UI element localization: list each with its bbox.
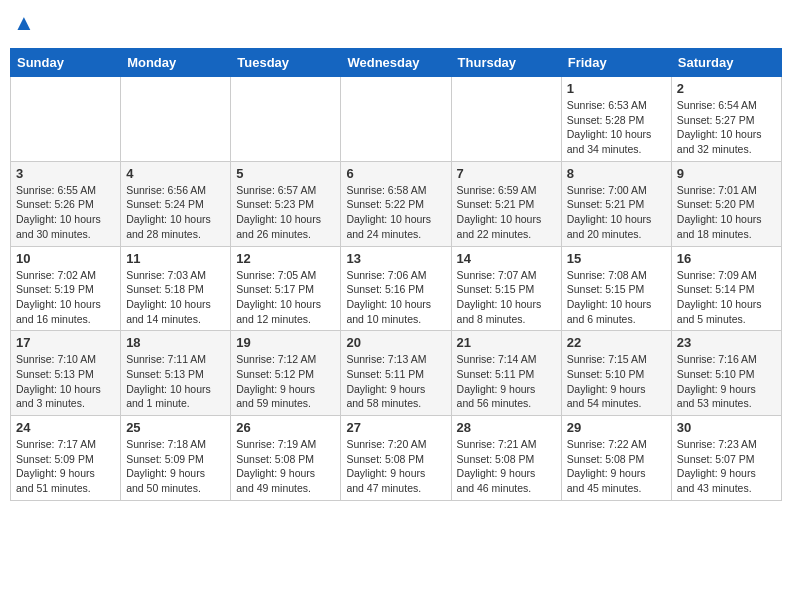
day-number: 13 <box>346 251 445 266</box>
day-info: Sunrise: 7:01 AM Sunset: 5:20 PM Dayligh… <box>677 183 776 242</box>
calendar-cell: 10Sunrise: 7:02 AM Sunset: 5:19 PM Dayli… <box>11 246 121 331</box>
calendar-cell: 2Sunrise: 6:54 AM Sunset: 5:27 PM Daylig… <box>671 77 781 162</box>
header-sunday: Sunday <box>11 49 121 77</box>
day-number: 1 <box>567 81 666 96</box>
calendar-cell <box>11 77 121 162</box>
calendar-cell: 6Sunrise: 6:58 AM Sunset: 5:22 PM Daylig… <box>341 161 451 246</box>
day-number: 23 <box>677 335 776 350</box>
day-number: 18 <box>126 335 225 350</box>
day-info: Sunrise: 7:02 AM Sunset: 5:19 PM Dayligh… <box>16 268 115 327</box>
calendar-cell: 29Sunrise: 7:22 AM Sunset: 5:08 PM Dayli… <box>561 416 671 501</box>
day-number: 11 <box>126 251 225 266</box>
day-number: 19 <box>236 335 335 350</box>
calendar-cell: 22Sunrise: 7:15 AM Sunset: 5:10 PM Dayli… <box>561 331 671 416</box>
day-number: 25 <box>126 420 225 435</box>
day-number: 10 <box>16 251 115 266</box>
calendar-cell: 1Sunrise: 6:53 AM Sunset: 5:28 PM Daylig… <box>561 77 671 162</box>
calendar-cell: 27Sunrise: 7:20 AM Sunset: 5:08 PM Dayli… <box>341 416 451 501</box>
day-number: 14 <box>457 251 556 266</box>
day-info: Sunrise: 7:22 AM Sunset: 5:08 PM Dayligh… <box>567 437 666 496</box>
calendar-cell: 7Sunrise: 6:59 AM Sunset: 5:21 PM Daylig… <box>451 161 561 246</box>
day-info: Sunrise: 6:57 AM Sunset: 5:23 PM Dayligh… <box>236 183 335 242</box>
calendar-cell: 25Sunrise: 7:18 AM Sunset: 5:09 PM Dayli… <box>121 416 231 501</box>
day-info: Sunrise: 7:07 AM Sunset: 5:15 PM Dayligh… <box>457 268 556 327</box>
page-header: ▲ <box>10 10 782 38</box>
day-info: Sunrise: 7:21 AM Sunset: 5:08 PM Dayligh… <box>457 437 556 496</box>
calendar-cell: 17Sunrise: 7:10 AM Sunset: 5:13 PM Dayli… <box>11 331 121 416</box>
day-number: 8 <box>567 166 666 181</box>
calendar-cell: 18Sunrise: 7:11 AM Sunset: 5:13 PM Dayli… <box>121 331 231 416</box>
day-info: Sunrise: 7:17 AM Sunset: 5:09 PM Dayligh… <box>16 437 115 496</box>
day-number: 22 <box>567 335 666 350</box>
logo-icon: ▲ <box>10 10 38 38</box>
day-info: Sunrise: 7:11 AM Sunset: 5:13 PM Dayligh… <box>126 352 225 411</box>
day-info: Sunrise: 7:23 AM Sunset: 5:07 PM Dayligh… <box>677 437 776 496</box>
calendar-cell: 4Sunrise: 6:56 AM Sunset: 5:24 PM Daylig… <box>121 161 231 246</box>
day-number: 7 <box>457 166 556 181</box>
day-info: Sunrise: 6:55 AM Sunset: 5:26 PM Dayligh… <box>16 183 115 242</box>
day-number: 30 <box>677 420 776 435</box>
day-info: Sunrise: 7:14 AM Sunset: 5:11 PM Dayligh… <box>457 352 556 411</box>
calendar-cell: 5Sunrise: 6:57 AM Sunset: 5:23 PM Daylig… <box>231 161 341 246</box>
calendar-cell: 11Sunrise: 7:03 AM Sunset: 5:18 PM Dayli… <box>121 246 231 331</box>
day-number: 2 <box>677 81 776 96</box>
day-info: Sunrise: 6:53 AM Sunset: 5:28 PM Dayligh… <box>567 98 666 157</box>
calendar-cell: 3Sunrise: 6:55 AM Sunset: 5:26 PM Daylig… <box>11 161 121 246</box>
day-info: Sunrise: 7:16 AM Sunset: 5:10 PM Dayligh… <box>677 352 776 411</box>
calendar-cell: 15Sunrise: 7:08 AM Sunset: 5:15 PM Dayli… <box>561 246 671 331</box>
calendar-table: SundayMondayTuesdayWednesdayThursdayFrid… <box>10 48 782 501</box>
day-number: 29 <box>567 420 666 435</box>
day-number: 27 <box>346 420 445 435</box>
day-number: 21 <box>457 335 556 350</box>
day-info: Sunrise: 7:19 AM Sunset: 5:08 PM Dayligh… <box>236 437 335 496</box>
day-number: 16 <box>677 251 776 266</box>
calendar-cell: 16Sunrise: 7:09 AM Sunset: 5:14 PM Dayli… <box>671 246 781 331</box>
calendar-cell <box>121 77 231 162</box>
day-number: 17 <box>16 335 115 350</box>
day-number: 5 <box>236 166 335 181</box>
calendar-week-row: 17Sunrise: 7:10 AM Sunset: 5:13 PM Dayli… <box>11 331 782 416</box>
calendar-cell: 20Sunrise: 7:13 AM Sunset: 5:11 PM Dayli… <box>341 331 451 416</box>
day-number: 28 <box>457 420 556 435</box>
day-number: 26 <box>236 420 335 435</box>
calendar-cell: 30Sunrise: 7:23 AM Sunset: 5:07 PM Dayli… <box>671 416 781 501</box>
calendar-cell: 28Sunrise: 7:21 AM Sunset: 5:08 PM Dayli… <box>451 416 561 501</box>
day-number: 3 <box>16 166 115 181</box>
day-info: Sunrise: 6:56 AM Sunset: 5:24 PM Dayligh… <box>126 183 225 242</box>
calendar-cell: 14Sunrise: 7:07 AM Sunset: 5:15 PM Dayli… <box>451 246 561 331</box>
day-info: Sunrise: 7:09 AM Sunset: 5:14 PM Dayligh… <box>677 268 776 327</box>
header-saturday: Saturday <box>671 49 781 77</box>
header-wednesday: Wednesday <box>341 49 451 77</box>
logo: ▲ <box>10 10 42 38</box>
day-info: Sunrise: 7:18 AM Sunset: 5:09 PM Dayligh… <box>126 437 225 496</box>
calendar-week-row: 10Sunrise: 7:02 AM Sunset: 5:19 PM Dayli… <box>11 246 782 331</box>
day-number: 9 <box>677 166 776 181</box>
calendar-cell: 8Sunrise: 7:00 AM Sunset: 5:21 PM Daylig… <box>561 161 671 246</box>
day-info: Sunrise: 7:00 AM Sunset: 5:21 PM Dayligh… <box>567 183 666 242</box>
day-info: Sunrise: 7:03 AM Sunset: 5:18 PM Dayligh… <box>126 268 225 327</box>
day-number: 24 <box>16 420 115 435</box>
day-number: 4 <box>126 166 225 181</box>
day-info: Sunrise: 6:54 AM Sunset: 5:27 PM Dayligh… <box>677 98 776 157</box>
calendar-cell: 9Sunrise: 7:01 AM Sunset: 5:20 PM Daylig… <box>671 161 781 246</box>
day-info: Sunrise: 7:08 AM Sunset: 5:15 PM Dayligh… <box>567 268 666 327</box>
day-number: 12 <box>236 251 335 266</box>
day-info: Sunrise: 6:59 AM Sunset: 5:21 PM Dayligh… <box>457 183 556 242</box>
day-info: Sunrise: 7:15 AM Sunset: 5:10 PM Dayligh… <box>567 352 666 411</box>
day-number: 20 <box>346 335 445 350</box>
calendar-header-row: SundayMondayTuesdayWednesdayThursdayFrid… <box>11 49 782 77</box>
header-monday: Monday <box>121 49 231 77</box>
day-info: Sunrise: 7:05 AM Sunset: 5:17 PM Dayligh… <box>236 268 335 327</box>
calendar-week-row: 1Sunrise: 6:53 AM Sunset: 5:28 PM Daylig… <box>11 77 782 162</box>
day-info: Sunrise: 6:58 AM Sunset: 5:22 PM Dayligh… <box>346 183 445 242</box>
svg-text:▲: ▲ <box>13 10 35 35</box>
calendar-cell: 26Sunrise: 7:19 AM Sunset: 5:08 PM Dayli… <box>231 416 341 501</box>
day-info: Sunrise: 7:13 AM Sunset: 5:11 PM Dayligh… <box>346 352 445 411</box>
day-info: Sunrise: 7:12 AM Sunset: 5:12 PM Dayligh… <box>236 352 335 411</box>
calendar-cell: 21Sunrise: 7:14 AM Sunset: 5:11 PM Dayli… <box>451 331 561 416</box>
day-number: 15 <box>567 251 666 266</box>
day-info: Sunrise: 7:06 AM Sunset: 5:16 PM Dayligh… <box>346 268 445 327</box>
header-friday: Friday <box>561 49 671 77</box>
calendar-cell: 13Sunrise: 7:06 AM Sunset: 5:16 PM Dayli… <box>341 246 451 331</box>
calendar-cell <box>451 77 561 162</box>
